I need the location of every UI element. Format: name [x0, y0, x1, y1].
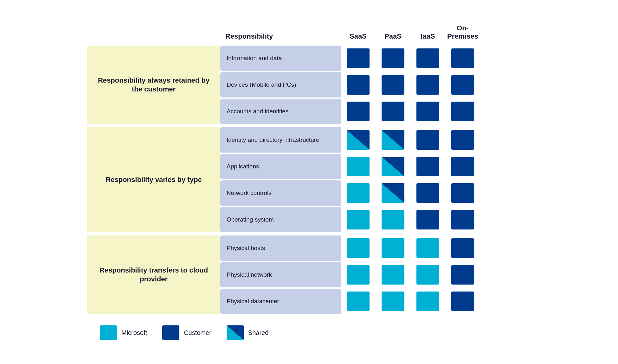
row-label-network-controls: Network controls: [220, 180, 341, 206]
legend-swatch-microsoft: [100, 325, 117, 340]
section-transfers-label: Responsibility transfers to cloud provid…: [87, 235, 220, 314]
table-row: Operating system: [220, 207, 531, 232]
cell-swatch-shared: [347, 130, 370, 150]
cell-swatch: [451, 130, 474, 150]
legend-label-shared: Shared: [248, 329, 269, 336]
chart-container: Responsibility SaaS PaaS IaaS On-Premise…: [87, 24, 531, 340]
cell-iaas: [410, 99, 445, 124]
section-varies-rows: Identity and directory infrastructure: [220, 127, 531, 232]
cell-saas: [341, 180, 376, 206]
cell-onprem: [445, 99, 480, 124]
row-cells: [341, 154, 480, 179]
cell-swatch: [451, 210, 474, 229]
table-row: Identity and directory infrastructure: [220, 127, 531, 153]
cell-iaas: [410, 207, 445, 232]
section-transfers: Responsibility transfers to cloud provid…: [87, 235, 531, 314]
cell-paas: [376, 289, 410, 314]
cell-onprem: [445, 180, 480, 206]
cell-saas: [341, 235, 376, 261]
cell-swatch: [347, 183, 370, 203]
cell-paas: [376, 127, 410, 153]
cell-saas: [341, 99, 376, 124]
col-header-onprem: On-Premises: [445, 24, 480, 43]
cell-swatch: [382, 48, 404, 68]
section-always-rows: Information and data Devices (Mobile and…: [220, 46, 531, 124]
cell-swatch: [416, 157, 439, 176]
table-row: Applications: [220, 154, 531, 179]
row-label-applications: Applications: [220, 154, 341, 179]
cell-swatch: [416, 130, 439, 150]
cell-onprem: [445, 72, 480, 97]
cell-swatch-shared: [382, 157, 404, 176]
cell-paas: [376, 262, 410, 287]
main-grid: Responsibility always retained by the cu…: [87, 46, 531, 316]
cell-paas: [376, 72, 410, 97]
row-cells: [341, 235, 480, 261]
row-label-accounts: Accounts and identities: [220, 99, 341, 124]
table-row: Information and data: [220, 46, 531, 71]
section-varies-label: Responsibility varies by type: [87, 127, 220, 232]
cell-paas: [376, 46, 410, 71]
legend-swatch-shared: [227, 325, 244, 340]
section-transfers-rows: Physical hosts Physical network: [220, 235, 531, 314]
cell-iaas: [410, 235, 445, 261]
header-row: Responsibility SaaS PaaS IaaS On-Premise…: [87, 24, 531, 43]
cell-swatch: [451, 75, 474, 95]
cell-swatch: [347, 265, 370, 285]
cell-swatch: [416, 292, 439, 311]
row-label-info-data: Information and data: [220, 46, 341, 71]
cell-saas: [341, 289, 376, 314]
cell-onprem: [445, 154, 480, 179]
cell-swatch: [347, 102, 370, 121]
cell-iaas: [410, 180, 445, 206]
cell-swatch: [382, 238, 404, 258]
legend-item-microsoft: Microsoft: [100, 325, 147, 340]
table-row: Network controls: [220, 180, 531, 206]
row-cells: [341, 46, 480, 71]
legend: Microsoft Customer Shared: [87, 325, 531, 340]
cell-paas: [376, 235, 410, 261]
col-header-iaas: IaaS: [410, 32, 445, 43]
cell-onprem: [445, 289, 480, 314]
col-header-saas: SaaS: [341, 32, 376, 43]
cell-swatch: [416, 210, 439, 229]
row-label-physical-hosts: Physical hosts: [220, 235, 341, 261]
cell-iaas: [410, 262, 445, 287]
cell-swatch: [451, 48, 474, 68]
table-row: Accounts and identities: [220, 99, 531, 124]
cell-swatch: [347, 292, 370, 311]
section-always: Responsibility always retained by the cu…: [87, 46, 531, 124]
cell-paas: [376, 180, 410, 206]
row-cells: [341, 99, 480, 124]
cell-swatch: [416, 48, 439, 68]
legend-swatch-customer: [162, 325, 179, 340]
cell-swatch: [451, 102, 474, 121]
responsibility-header: Responsibility: [220, 32, 341, 43]
cell-swatch: [451, 238, 474, 258]
row-cells: [341, 262, 480, 287]
cell-swatch: [382, 75, 404, 95]
cell-paas: [376, 207, 410, 232]
row-label-os: Operating system: [220, 207, 341, 232]
cell-saas: [341, 262, 376, 287]
cell-swatch: [451, 265, 474, 285]
cell-swatch-shared: [382, 130, 404, 150]
cell-swatch: [451, 157, 474, 176]
cell-swatch: [347, 75, 370, 95]
cell-saas: [341, 72, 376, 97]
section-varies: Responsibility varies by type Identity a…: [87, 127, 531, 232]
cell-onprem: [445, 235, 480, 261]
row-label-devices: Devices (Mobile and PCs): [220, 72, 341, 97]
cell-swatch: [451, 183, 474, 203]
row-label-physical-network: Physical network: [220, 262, 341, 287]
cell-swatch: [347, 238, 370, 258]
cell-iaas: [410, 127, 445, 153]
cell-iaas: [410, 72, 445, 97]
table-row: Physical hosts: [220, 235, 531, 261]
table-row: Devices (Mobile and PCs): [220, 72, 531, 97]
cell-onprem: [445, 46, 480, 71]
cell-onprem: [445, 262, 480, 287]
cell-swatch: [416, 75, 439, 95]
row-cells: [341, 289, 480, 314]
row-label-physical-datacenter: Physical datacenter: [220, 289, 341, 314]
